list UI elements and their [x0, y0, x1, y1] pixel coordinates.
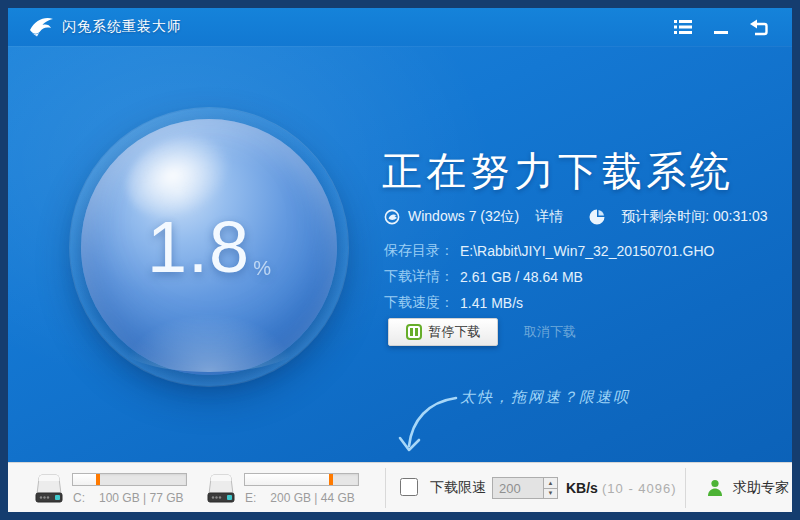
save-dir-label: 保存目录： [384, 242, 454, 260]
eta-text: 预计剩余时间: 00:31:03 [621, 208, 767, 226]
spin-up-icon[interactable]: ▲ [544, 478, 557, 488]
save-dir-row: 保存目录： E:\Rabbit\JIYI_Win7_32_20150701.GH… [384, 238, 715, 264]
download-detail-value: 2.61 GB / 48.64 MB [460, 269, 583, 285]
limit-spinner: ▲ ▼ [543, 478, 557, 498]
person-icon [705, 478, 725, 498]
cancel-download-link[interactable]: 取消下载 [524, 323, 576, 341]
limit-label: 下载限速 [430, 463, 486, 512]
speed-limit-tip: 太快，拖网速？限速呗 [460, 388, 630, 407]
pause-icon [406, 324, 422, 340]
drive-c-info: 100 GB | 77 GB [99, 491, 184, 505]
drive-c-letter: C: [73, 491, 85, 505]
drive-c: C: 100 GB | 77 GB [30, 463, 200, 512]
app-title: 闪兔系统重装大师 [62, 18, 182, 36]
progress-percent-sign: % [253, 257, 271, 280]
exit-icon[interactable] [748, 17, 770, 37]
progress-percent: 1.8 % [81, 119, 337, 375]
progress-orb-core: 1.8 % [81, 119, 337, 375]
app-window: 闪兔系统重装大师 [8, 8, 792, 512]
status-bar: C: 100 GB | 77 GB E: 200 GB | 44 GB [8, 462, 792, 512]
timer-icon [589, 209, 605, 225]
drive-e-usage-bar [244, 473, 359, 486]
limit-speed-input[interactable] [493, 478, 543, 498]
drive-c-used [73, 474, 100, 485]
details-link[interactable]: 详情 [535, 208, 563, 226]
limit-checkbox[interactable] [400, 478, 418, 496]
ask-expert-label: 求助专家 [733, 479, 789, 497]
download-detail-row: 下载详情： 2.61 GB / 48.64 MB [384, 264, 715, 290]
menu-icon[interactable] [672, 17, 694, 37]
progress-orb: 1.8 % [70, 108, 348, 386]
download-speed-label: 下载速度： [384, 294, 454, 312]
drive-e-info: 200 GB | 44 GB [270, 491, 355, 505]
title-bar: 闪兔系统重装大师 [8, 8, 792, 46]
hard-drive-icon [202, 469, 240, 507]
drive-c-text: C: 100 GB | 77 GB [73, 491, 184, 505]
hard-drive-icon [30, 469, 68, 507]
progress-percent-value: 1.8 [147, 206, 250, 288]
rabbit-logo-icon [28, 15, 54, 39]
globe-icon [384, 209, 400, 225]
drive-e: E: 200 GB | 44 GB [202, 463, 372, 512]
page-title: 正在努力下载系统 [382, 144, 792, 199]
download-speed-value: 1.41 MB/s [460, 295, 523, 311]
pause-download-button[interactable]: 暂停下载 [388, 318, 498, 346]
drive-e-used [245, 474, 333, 485]
minimize-icon[interactable] [710, 17, 732, 37]
statusbar-divider [385, 468, 386, 508]
download-detail-label: 下载详情： [384, 268, 454, 286]
os-eta-row: Windows 7 (32位) 详情 预计剩余时间: 00:31:03 [384, 208, 768, 226]
save-dir-value: E:\Rabbit\JIYI_Win7_32_20150701.GHO [460, 243, 715, 259]
pause-button-label: 暂停下载 [429, 323, 481, 341]
download-info: 保存目录： E:\Rabbit\JIYI_Win7_32_20150701.GH… [384, 238, 715, 316]
spin-down-icon[interactable]: ▼ [544, 488, 557, 499]
limit-unit: KB/s [566, 463, 598, 512]
action-row: 暂停下载 取消下载 [388, 318, 576, 346]
limit-speed-field: ▲ ▼ [492, 477, 558, 499]
statusbar-divider [685, 468, 686, 508]
download-speed-row: 下载速度： 1.41 MB/s [384, 290, 715, 316]
drive-e-text: E: 200 GB | 44 GB [245, 491, 355, 505]
drive-e-letter: E: [245, 491, 256, 505]
window-frame: 闪兔系统重装大师 [0, 0, 800, 520]
drive-c-usage-bar [72, 473, 187, 486]
tip-arrow-icon [398, 390, 460, 460]
limit-range: (10 - 4096) [602, 463, 677, 512]
os-name: Windows 7 (32位) [408, 208, 519, 226]
titlebar-actions [672, 8, 770, 46]
ask-expert-button[interactable]: 求助专家 [705, 463, 789, 512]
